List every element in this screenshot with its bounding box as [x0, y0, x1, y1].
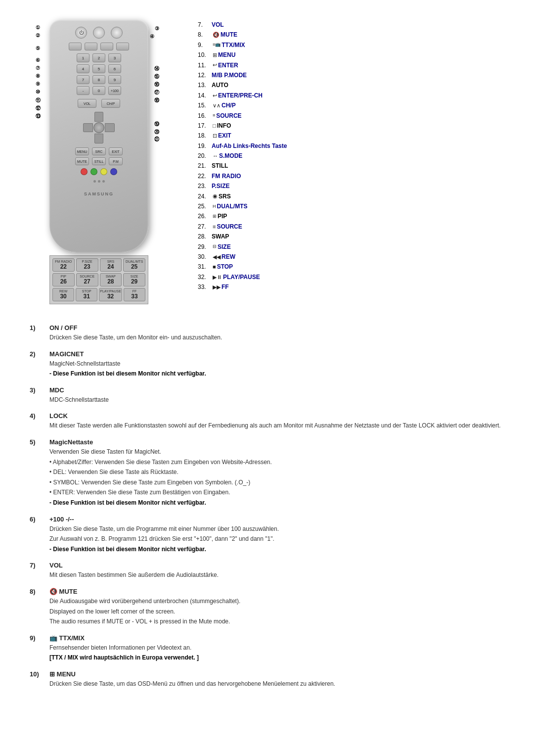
desc-title-8: 🔇 MUTE: [49, 588, 504, 595]
page: ⏻ 1 2 3: [0, 0, 534, 711]
red-btn[interactable]: [81, 168, 88, 175]
kl-30: 30.◀◀REW: [198, 252, 504, 262]
bottom-grid-panel: FM RADIO 22 P.SIZE 23 SRS 24 DUAL/MTS 25: [49, 255, 148, 304]
desc-content-9: 📺 TTX/MIX Fernsehsender bieten Informati…: [49, 634, 504, 663]
anno-18: ⑱: [154, 97, 159, 104]
source-btn[interactable]: SRC: [92, 147, 106, 155]
s-btn[interactable]: [100, 43, 113, 50]
anno-2: ②: [36, 33, 40, 38]
grid-row-2: PIP 26 SOURCE 27 SWAP 28 SIZE 29: [52, 273, 145, 286]
pmode-btn[interactable]: P.M: [109, 157, 123, 165]
key-7[interactable]: 7: [77, 75, 89, 84]
grid-cell-31: STOP 31: [76, 288, 97, 301]
anno-17: ⑰: [154, 89, 159, 96]
dpad: [83, 112, 115, 143]
anno-7: ⑦: [36, 65, 40, 71]
ch-btn[interactable]: CH/P: [101, 99, 120, 108]
green-btn[interactable]: [90, 168, 97, 175]
desc-body-3: MDC-Schnellstarttaste: [49, 395, 504, 405]
top-section: ⏻ 1 2 3: [30, 15, 504, 304]
kl-28: 28.SWAP: [198, 232, 504, 241]
kl-10: 10.⊞MENU: [198, 50, 504, 60]
grid-cell-24: SRS 24: [100, 258, 122, 272]
grid-cell-32: PLAY/PAUSE 32: [99, 288, 122, 301]
dot: [102, 180, 105, 183]
anno-1: ①: [36, 25, 40, 30]
btn-2[interactable]: [93, 27, 105, 39]
desc-body-8: Die Audioausgabe wird vorübergehend unte…: [49, 597, 504, 626]
anno-10: ⑩: [36, 89, 40, 94]
row-small-1: [49, 43, 148, 50]
anno-4: ④: [150, 34, 154, 39]
dpad-left[interactable]: [83, 123, 93, 132]
desc-title-9: 📺 TTX/MIX: [49, 634, 504, 642]
grid-cell-28: SWAP 28: [100, 273, 122, 286]
desc-body-9: Fernsehsender bieten Informationen per V…: [49, 643, 504, 662]
key-9[interactable]: 9: [108, 75, 121, 84]
anno-19: ⑲: [154, 121, 159, 128]
grid-row-3: REW 30 STOP 31 PLAY/PAUSE 32 FF 33: [52, 288, 145, 301]
desc-content-7: VOL Mit diesen Tasten bestimmen Sie auße…: [49, 562, 504, 581]
key-2[interactable]: 2: [92, 53, 105, 62]
blue-btn-color[interactable]: [110, 168, 117, 175]
kl-26: 26.⊞PIP: [198, 211, 504, 221]
desc-2: 2) MAGICNET MagicNet-Schnellstarttaste -…: [30, 350, 504, 379]
desc-title-3: MDC: [49, 386, 504, 394]
power-btn[interactable]: ⏻: [75, 27, 87, 39]
key-100[interactable]: +100: [108, 86, 121, 95]
yellow-btn[interactable]: [100, 168, 107, 175]
kl-32: 32.▶⏸PLAY/PAUSE: [198, 272, 504, 282]
dpad-down[interactable]: [94, 134, 103, 143]
desc-content-10: ⊞ MENU Drücken Sie diese Taste, um das O…: [49, 670, 504, 690]
key-6[interactable]: 6: [108, 64, 121, 73]
dpad-up[interactable]: [94, 112, 103, 122]
color-btn-row: [49, 168, 148, 175]
desc-body-7: Mit diesen Tasten bestimmen Sie außerdem…: [49, 570, 504, 580]
anno-6: ⑥: [36, 57, 40, 63]
numpad-row3: 7 8 9: [49, 75, 148, 84]
desc-num-5: 5): [30, 438, 49, 446]
key-8[interactable]: 8: [92, 75, 105, 84]
dpad-center[interactable]: [93, 122, 104, 133]
btn-3[interactable]: [111, 27, 123, 39]
desc-5: 5) MagicNettaste Verwenden Sie diese Tas…: [30, 438, 504, 509]
s-btn[interactable]: [69, 43, 82, 50]
anno-14: ⑭: [154, 65, 159, 72]
desc-1: 1) ON / OFF Drücken Sie diese Taste, um …: [30, 324, 504, 343]
remote-diagram: ⏻ 1 2 3: [30, 15, 183, 304]
key-3[interactable]: 3: [108, 53, 121, 62]
dpad-right[interactable]: [105, 123, 115, 132]
menu-btn[interactable]: MENU: [75, 147, 89, 155]
mute-btn[interactable]: MUTE: [75, 157, 89, 165]
key-0[interactable]: 0: [92, 86, 105, 95]
kl-23: 23.P.SIZE: [198, 181, 504, 191]
s-btn[interactable]: [116, 43, 129, 50]
desc-8: 8) 🔇 MUTE Die Audioausgabe wird vorüberg…: [30, 588, 504, 627]
key-minus[interactable]: -: [77, 86, 89, 95]
kl-14: 14.↩ENTER/PRE-CH: [198, 91, 504, 100]
desc-num-8: 8): [30, 588, 49, 595]
vol-btn[interactable]: VOL: [78, 99, 96, 108]
kl-22: 22.FM RADIO: [198, 171, 504, 181]
desc-title-1: ON / OFF: [49, 324, 504, 331]
anno-16: ⑯: [154, 81, 159, 88]
still-btn[interactable]: STILL: [92, 157, 106, 165]
anno-15: ⑮: [154, 73, 159, 80]
s-btn[interactable]: [85, 43, 97, 50]
key-5[interactable]: 5: [92, 64, 105, 73]
kl-21: 21.STILL: [198, 161, 504, 171]
exit-btn[interactable]: EXIT: [109, 147, 123, 155]
grid-cell-33: FF 33: [124, 288, 145, 301]
anno-3: ③: [155, 26, 159, 31]
kl-25: 25.HDUAL/MTS: [198, 201, 504, 211]
key-1[interactable]: 1: [77, 53, 89, 62]
anno-8: ⑧: [36, 73, 40, 79]
desc-num-10: 10): [30, 670, 49, 678]
kl-8: 8.🔇MUTE: [198, 30, 504, 40]
vol-ch-row: VOL CH/P: [49, 99, 148, 108]
kl-27: 27.≡SOURCE: [198, 222, 504, 232]
desc-body-2: MagicNet-Schnellstarttaste - Diese Funkt…: [49, 359, 504, 378]
desc-title-6: +100 -/--: [49, 516, 504, 523]
desc-content-6: +100 -/-- Drücken Sie diese Taste, um di…: [49, 516, 504, 555]
key-4[interactable]: 4: [77, 64, 89, 73]
